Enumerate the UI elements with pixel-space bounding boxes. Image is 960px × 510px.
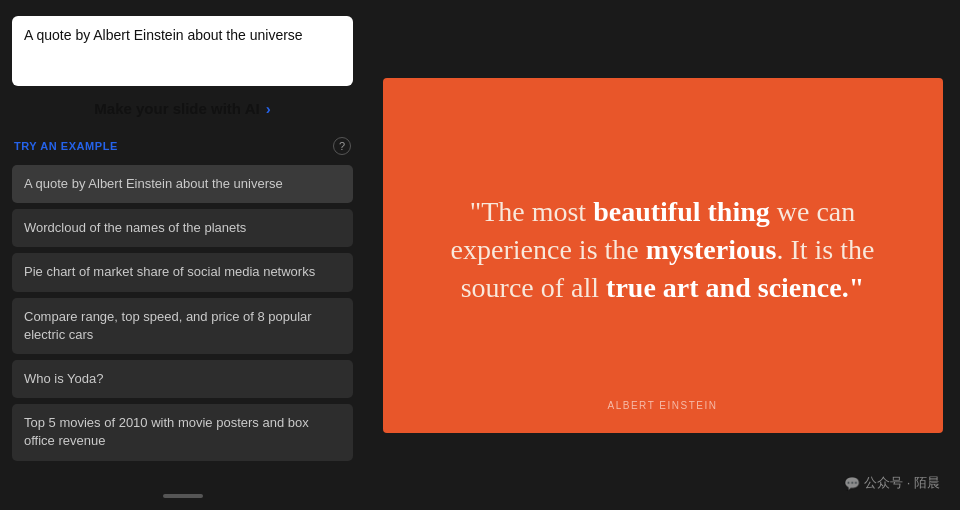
help-symbol: ?: [339, 140, 345, 152]
watermark-icon: 💬: [844, 476, 860, 491]
make-slide-button[interactable]: Make your slide with AI ›: [12, 96, 353, 121]
example-item-1[interactable]: A quote by Albert Einstein about the uni…: [12, 165, 353, 203]
example-item-6[interactable]: Top 5 movies of 2010 with movie posters …: [12, 404, 353, 460]
try-example-label: TRY AN EXAMPLE: [14, 140, 118, 152]
quote-part-4: mysterious: [646, 234, 777, 265]
example-item-2[interactable]: Wordcloud of the names of the planets: [12, 209, 353, 247]
try-example-header: TRY AN EXAMPLE ?: [12, 137, 353, 155]
example-text-5: Who is Yoda?: [24, 371, 104, 386]
arrow-icon: ›: [266, 100, 271, 117]
examples-list: A quote by Albert Einstein about the uni…: [12, 165, 353, 486]
example-text-2: Wordcloud of the names of the planets: [24, 220, 246, 235]
watermark: 💬 公众号 · 陌晨: [844, 474, 940, 492]
make-slide-label: Make your slide with AI: [94, 100, 259, 117]
scroll-indicator: [163, 494, 203, 498]
quote-part-1: "The most: [470, 196, 593, 227]
help-icon[interactable]: ?: [333, 137, 351, 155]
left-panel: A quote by Albert Einstein about the uni…: [0, 0, 365, 510]
example-item-4[interactable]: Compare range, top speed, and price of 8…: [12, 298, 353, 354]
watermark-text: 公众号 · 陌晨: [864, 474, 940, 492]
slide-preview: "The most beautiful thing we can experie…: [383, 78, 943, 433]
example-item-3[interactable]: Pie chart of market share of social medi…: [12, 253, 353, 291]
example-item-5[interactable]: Who is Yoda?: [12, 360, 353, 398]
example-text-6: Top 5 movies of 2010 with movie posters …: [24, 415, 309, 448]
search-input-wrapper: A quote by Albert Einstein about the uni…: [12, 16, 353, 86]
example-text-4: Compare range, top speed, and price of 8…: [24, 309, 312, 342]
quote-part-6: true art and science.": [606, 272, 864, 303]
quote-attribution: ALBERT EINSTEIN: [608, 400, 718, 411]
right-panel: "The most beautiful thing we can experie…: [365, 0, 960, 510]
example-text-3: Pie chart of market share of social medi…: [24, 264, 315, 279]
search-input[interactable]: A quote by Albert Einstein about the uni…: [24, 26, 341, 72]
example-text-1: A quote by Albert Einstein about the uni…: [24, 176, 283, 191]
quote-part-2: beautiful thing: [593, 196, 770, 227]
quote-text: "The most beautiful thing we can experie…: [433, 193, 893, 306]
